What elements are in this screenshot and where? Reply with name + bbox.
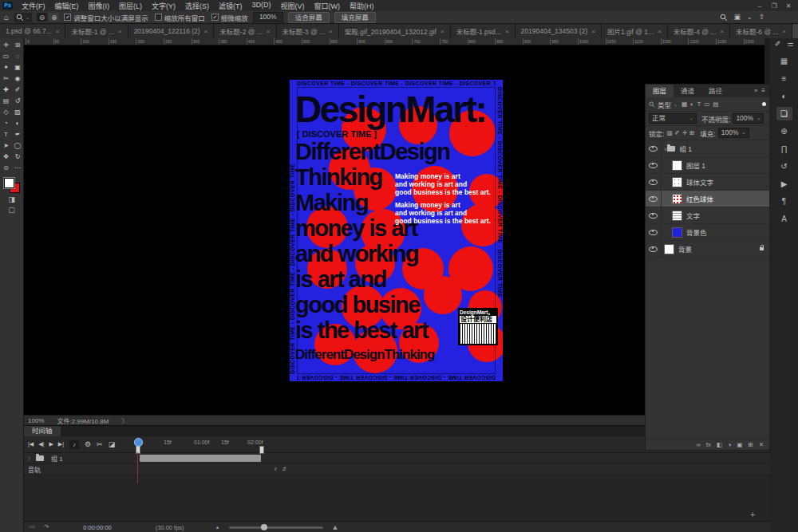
menu-item[interactable]: 选择(S) — [180, 1, 214, 11]
document-tab[interactable]: 图片1.gif @ 1...× — [602, 24, 668, 38]
rotate-view-tool-icon[interactable]: ↻ — [12, 152, 23, 163]
opacity-select[interactable]: 100%⌄ — [733, 113, 764, 124]
zoom-in-button[interactable]: ⊕ — [49, 13, 59, 22]
layer-mask-icon[interactable]: ◧ — [717, 442, 722, 448]
video-clip-bar[interactable] — [140, 455, 261, 462]
layer-thumbnail[interactable] — [672, 160, 682, 171]
eraser-tool-icon[interactable]: ◇ — [1, 107, 12, 118]
lasso-tool-icon[interactable]: ◌ — [12, 51, 23, 62]
artboard-tool-icon[interactable]: ⊞ — [12, 40, 23, 51]
playhead[interactable] — [134, 438, 143, 447]
layer-row[interactable]: 红色球体 — [646, 191, 769, 207]
adjustment-layer-icon[interactable]: ◑ — [728, 442, 732, 448]
next-frame-button[interactable]: ▶| — [58, 441, 64, 447]
dodge-tool-icon[interactable]: ◐ — [12, 118, 23, 129]
layer-thumbnail[interactable] — [672, 211, 682, 221]
clone-source-icon[interactable]: ⚌ — [787, 41, 793, 48]
panel-libraries-icon[interactable]: ∏ — [776, 142, 792, 156]
zoom-out-button[interactable]: ⊖ — [37, 13, 47, 22]
visibility-eye-icon[interactable] — [649, 163, 658, 168]
poster-document[interactable]: DISCOVER TIME - DISCOVER TIME - DISCOVER… — [290, 80, 503, 381]
visibility-eye-icon[interactable] — [649, 196, 658, 202]
menu-item[interactable]: 帮助(H) — [345, 1, 379, 11]
layer-row[interactable]: 背景 — [646, 241, 769, 258]
status-zoom-field[interactable]: 100% — [28, 417, 44, 424]
filter-type-label[interactable]: 类型 — [658, 100, 671, 109]
work-area-end-marker[interactable] — [259, 446, 264, 454]
lock-position-icon[interactable]: ✛ — [682, 129, 687, 136]
mute-audio-button[interactable]: ♪ — [69, 440, 79, 449]
filter-smart-objects-icon[interactable]: ▤ — [713, 100, 718, 108]
tab-close-icon[interactable]: × — [56, 28, 60, 35]
panel-adjustments-icon[interactable]: ≡ — [776, 72, 792, 85]
document-tab[interactable]: 未标题-4 @ ...× — [668, 24, 730, 38]
lock-pixels-icon[interactable]: ✐ — [674, 129, 679, 136]
timeline-zoom-slider[interactable] — [229, 526, 323, 529]
option-checkbox[interactable]: ✓调整窗口大小以满屏显示 — [64, 13, 148, 22]
layer-thumbnail[interactable] — [664, 244, 674, 254]
layer-thumbnail[interactable] — [672, 227, 682, 238]
menu-item[interactable]: 图层(L) — [114, 1, 147, 11]
add-media-button[interactable]: + — [750, 510, 755, 519]
render-export-icon[interactable]: ↷ — [44, 524, 49, 530]
document-tab[interactable]: 未标题-1.psd...× — [451, 24, 516, 38]
brush-settings-icon[interactable]: ✐ — [775, 41, 781, 48]
tab-close-icon[interactable]: × — [591, 28, 595, 35]
tab-close-icon[interactable]: × — [782, 28, 786, 35]
menu-item[interactable]: 3D(D) — [247, 1, 276, 11]
timeline-zoom-in-icon[interactable]: ▲ — [332, 524, 339, 531]
screen-mode-icon[interactable]: ▢ — [8, 207, 15, 214]
blur-tool-icon[interactable]: ◔ — [1, 118, 12, 129]
search-icon[interactable] — [720, 14, 728, 22]
menu-item[interactable]: 滤镜(T) — [214, 1, 247, 11]
menu-item[interactable]: 文字(Y) — [147, 1, 180, 11]
first-frame-button[interactable]: |◀ — [28, 441, 34, 447]
fit-screen-button[interactable]: 适合屏幕 — [288, 12, 330, 23]
close-button[interactable]: ✕ — [782, 2, 795, 10]
tab-close-icon[interactable]: × — [658, 28, 662, 35]
layer-style-icon[interactable]: fx — [706, 442, 711, 448]
panel-styles-icon[interactable]: ◐ — [776, 89, 792, 103]
tab-close-icon[interactable]: × — [329, 28, 333, 35]
prev-frame-button[interactable]: ◀| — [38, 441, 44, 447]
panel-history-icon[interactable]: ↺ — [776, 160, 792, 173]
layer-row[interactable]: 文字 — [646, 207, 769, 224]
minimize-button[interactable]: – — [753, 2, 766, 10]
fill-screen-button[interactable]: 填充屏幕 — [334, 12, 376, 23]
document-tab[interactable]: 未标题-2 @ ...× — [214, 24, 276, 38]
move-tool-icon[interactable]: ✛ — [1, 40, 12, 51]
zoom-tool-icon[interactable]: ⊙ — [1, 163, 12, 174]
document-tab[interactable]: 未标题-3 @ ...× — [277, 24, 339, 38]
filter-shape-layers-icon[interactable]: ▭ — [704, 100, 709, 108]
workspace-icon[interactable]: ▣ — [734, 14, 741, 21]
audio-icon[interactable]: ♪ — [274, 466, 277, 472]
tab-close-icon[interactable]: × — [267, 28, 271, 35]
document-tab[interactable]: 20190404_122116 (2)× — [128, 24, 215, 38]
share-icon[interactable]: ⇧ — [759, 14, 764, 21]
magic-wand-tool-icon[interactable]: ✦ — [1, 62, 12, 73]
document-tab[interactable]: 未标题-6 @ ...× — [730, 24, 792, 38]
gradient-tool-icon[interactable]: ▨ — [12, 107, 23, 118]
crop-tool-icon[interactable]: ▣ — [12, 62, 23, 73]
panel-glyphs-icon[interactable]: ⊕ — [776, 124, 792, 138]
visibility-eye-icon[interactable] — [649, 230, 658, 235]
visibility-eye-icon[interactable] — [649, 146, 658, 152]
panel-paragraph-icon[interactable]: ¶ — [776, 195, 792, 208]
work-area-start-marker[interactable] — [136, 446, 140, 454]
layer-row[interactable]: 球体文字 — [646, 174, 769, 191]
document-tab[interactable]: 1.psd @ 66.7...× — [0, 24, 65, 38]
tab-close-icon[interactable]: × — [440, 28, 444, 35]
slice-tool-icon[interactable]: ✂ — [1, 73, 12, 85]
track-expand-caret[interactable]: 〉 — [28, 455, 33, 462]
tab-close-icon[interactable]: × — [204, 28, 208, 35]
option-checkbox[interactable]: 缩放所有窗口 — [155, 13, 205, 22]
horizontal-ruler[interactable]: 0501001502002503003504004505005506006507… — [24, 38, 764, 45]
menu-item[interactable]: 视图(V) — [276, 1, 310, 11]
timeline-settings-icon[interactable]: ⚙ — [85, 441, 91, 448]
zoom-tool-badge[interactable]: ⌄ — [14, 13, 32, 22]
fill-select[interactable]: 100%⌄ — [718, 128, 749, 138]
document-tab[interactable]: 未标题-1 @ ...× — [65, 24, 128, 38]
marquee-tool-icon[interactable]: ▭ — [1, 51, 12, 62]
panel-character-icon[interactable]: A — [776, 212, 792, 226]
pen-tool-icon[interactable]: ✒ — [12, 129, 23, 140]
